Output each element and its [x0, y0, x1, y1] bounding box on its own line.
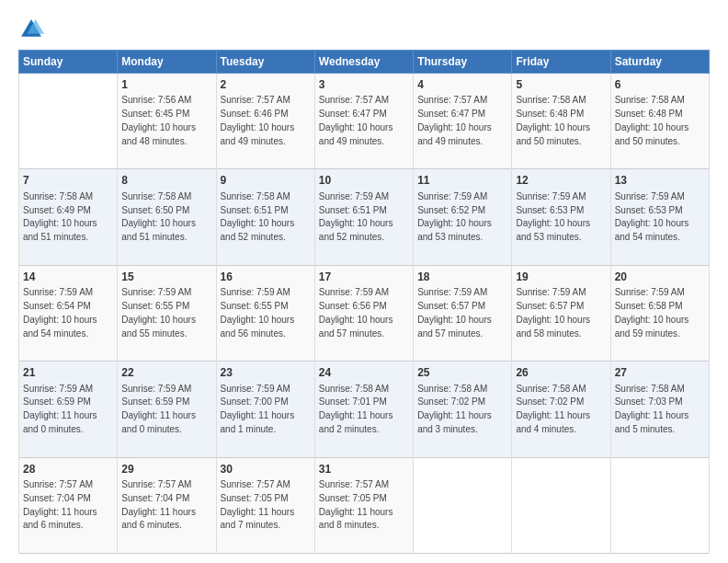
day-number: 16 — [221, 270, 311, 285]
day-cell: 21Sunrise: 7:59 AM Sunset: 6:59 PM Dayli… — [19, 362, 118, 457]
week-row-2: 7Sunrise: 7:58 AM Sunset: 6:49 PM Daylig… — [19, 169, 710, 265]
col-header-thursday: Thursday — [414, 51, 512, 74]
day-number: 21 — [23, 365, 113, 381]
day-info: Sunrise: 7:58 AM Sunset: 6:49 PM Dayligh… — [23, 191, 97, 242]
day-cell: 9Sunrise: 7:58 AM Sunset: 6:51 PM Daylig… — [216, 169, 314, 265]
day-cell: 17Sunrise: 7:59 AM Sunset: 6:56 PM Dayli… — [314, 265, 413, 361]
day-info: Sunrise: 7:59 AM Sunset: 6:53 PM Dayligh… — [615, 191, 689, 242]
day-number: 3 — [319, 77, 409, 93]
day-number: 17 — [319, 270, 409, 285]
day-cell: 14Sunrise: 7:59 AM Sunset: 6:54 PM Dayli… — [19, 265, 118, 361]
logo-icon — [18, 17, 44, 42]
day-cell: 22Sunrise: 7:59 AM Sunset: 6:59 PM Dayli… — [118, 362, 216, 457]
col-header-monday: Monday — [118, 51, 216, 74]
day-number: 9 — [221, 173, 311, 189]
day-cell: 3Sunrise: 7:57 AM Sunset: 6:47 PM Daylig… — [314, 74, 413, 169]
day-cell: 16Sunrise: 7:59 AM Sunset: 6:55 PM Dayli… — [216, 265, 314, 361]
day-cell: 20Sunrise: 7:59 AM Sunset: 6:58 PM Dayli… — [610, 265, 709, 361]
day-info: Sunrise: 7:57 AM Sunset: 6:46 PM Dayligh… — [221, 95, 295, 145]
day-info: Sunrise: 7:58 AM Sunset: 7:01 PM Dayligh… — [319, 384, 393, 434]
day-cell: 4Sunrise: 7:57 AM Sunset: 6:47 PM Daylig… — [414, 74, 512, 169]
day-info: Sunrise: 7:57 AM Sunset: 7:04 PM Dayligh… — [121, 479, 196, 530]
day-number: 15 — [121, 270, 211, 285]
day-info: Sunrise: 7:59 AM Sunset: 6:55 PM Dayligh… — [121, 287, 196, 338]
day-cell: 6Sunrise: 7:58 AM Sunset: 6:48 PM Daylig… — [610, 74, 709, 169]
calendar-table: SundayMondayTuesdayWednesdayThursdayFrid… — [18, 50, 710, 554]
day-info: Sunrise: 7:59 AM Sunset: 6:56 PM Dayligh… — [319, 287, 393, 338]
page: SundayMondayTuesdayWednesdayThursdayFrid… — [0, 0, 728, 563]
day-number: 23 — [221, 365, 311, 381]
day-info: Sunrise: 7:59 AM Sunset: 6:54 PM Dayligh… — [23, 287, 97, 338]
day-cell: 13Sunrise: 7:59 AM Sunset: 6:53 PM Dayli… — [610, 169, 709, 265]
day-number: 13 — [615, 173, 705, 189]
day-cell: 10Sunrise: 7:59 AM Sunset: 6:51 PM Dayli… — [314, 169, 413, 265]
day-info: Sunrise: 7:58 AM Sunset: 7:02 PM Dayligh… — [417, 384, 492, 434]
day-cell: 11Sunrise: 7:59 AM Sunset: 6:52 PM Dayli… — [414, 169, 512, 265]
day-number: 14 — [23, 270, 113, 285]
day-cell: 27Sunrise: 7:58 AM Sunset: 7:03 PM Dayli… — [610, 362, 709, 457]
day-info: Sunrise: 7:59 AM Sunset: 7:00 PM Dayligh… — [221, 384, 295, 434]
day-info: Sunrise: 7:57 AM Sunset: 7:04 PM Dayligh… — [23, 479, 97, 530]
day-cell: 25Sunrise: 7:58 AM Sunset: 7:02 PM Dayli… — [414, 362, 512, 457]
day-info: Sunrise: 7:59 AM Sunset: 6:57 PM Dayligh… — [417, 287, 492, 338]
day-cell: 2Sunrise: 7:57 AM Sunset: 6:46 PM Daylig… — [216, 74, 314, 169]
col-header-friday: Friday — [512, 51, 610, 74]
header — [18, 17, 710, 42]
day-cell: 15Sunrise: 7:59 AM Sunset: 6:55 PM Dayli… — [118, 265, 216, 361]
day-cell: 31Sunrise: 7:57 AM Sunset: 7:05 PM Dayli… — [314, 457, 413, 553]
day-cell: 18Sunrise: 7:59 AM Sunset: 6:57 PM Dayli… — [414, 265, 512, 361]
day-cell: 7Sunrise: 7:58 AM Sunset: 6:49 PM Daylig… — [19, 169, 118, 265]
week-row-5: 28Sunrise: 7:57 AM Sunset: 7:04 PM Dayli… — [19, 457, 710, 553]
day-info: Sunrise: 7:58 AM Sunset: 6:50 PM Dayligh… — [121, 191, 196, 242]
day-number: 10 — [319, 173, 409, 189]
week-row-4: 21Sunrise: 7:59 AM Sunset: 6:59 PM Dayli… — [19, 362, 710, 457]
day-cell: 19Sunrise: 7:59 AM Sunset: 6:57 PM Dayli… — [512, 265, 610, 361]
day-cell — [610, 457, 709, 553]
col-header-saturday: Saturday — [610, 51, 709, 74]
day-cell — [512, 457, 610, 553]
day-number: 20 — [615, 270, 705, 285]
day-info: Sunrise: 7:57 AM Sunset: 6:47 PM Dayligh… — [319, 95, 393, 145]
day-info: Sunrise: 7:59 AM Sunset: 6:57 PM Dayligh… — [516, 287, 590, 338]
day-number: 8 — [121, 173, 211, 189]
day-cell: 28Sunrise: 7:57 AM Sunset: 7:04 PM Dayli… — [19, 457, 118, 553]
week-row-3: 14Sunrise: 7:59 AM Sunset: 6:54 PM Dayli… — [19, 265, 710, 361]
day-number: 1 — [121, 77, 211, 93]
day-info: Sunrise: 7:59 AM Sunset: 6:51 PM Dayligh… — [319, 191, 393, 242]
day-number: 25 — [417, 365, 507, 381]
day-info: Sunrise: 7:58 AM Sunset: 6:48 PM Dayligh… — [516, 95, 590, 145]
day-info: Sunrise: 7:58 AM Sunset: 7:03 PM Dayligh… — [615, 384, 689, 434]
day-number: 18 — [417, 270, 507, 285]
col-header-wednesday: Wednesday — [314, 51, 413, 74]
day-cell: 23Sunrise: 7:59 AM Sunset: 7:00 PM Dayli… — [216, 362, 314, 457]
day-number: 26 — [516, 365, 606, 381]
day-number: 27 — [615, 365, 705, 381]
day-cell: 29Sunrise: 7:57 AM Sunset: 7:04 PM Dayli… — [118, 457, 216, 553]
day-info: Sunrise: 7:57 AM Sunset: 7:05 PM Dayligh… — [319, 479, 393, 530]
day-number: 4 — [417, 77, 507, 93]
day-number: 19 — [516, 270, 606, 285]
day-cell: 8Sunrise: 7:58 AM Sunset: 6:50 PM Daylig… — [118, 169, 216, 265]
day-cell: 26Sunrise: 7:58 AM Sunset: 7:02 PM Dayli… — [512, 362, 610, 457]
day-cell: 30Sunrise: 7:57 AM Sunset: 7:05 PM Dayli… — [216, 457, 314, 553]
day-info: Sunrise: 7:59 AM Sunset: 6:58 PM Dayligh… — [615, 287, 689, 338]
col-header-tuesday: Tuesday — [216, 51, 314, 74]
logo — [18, 17, 50, 42]
day-info: Sunrise: 7:58 AM Sunset: 6:48 PM Dayligh… — [615, 95, 689, 145]
day-number: 24 — [319, 365, 409, 381]
day-cell: 24Sunrise: 7:58 AM Sunset: 7:01 PM Dayli… — [314, 362, 413, 457]
day-info: Sunrise: 7:57 AM Sunset: 6:47 PM Dayligh… — [417, 95, 492, 145]
day-cell: 5Sunrise: 7:58 AM Sunset: 6:48 PM Daylig… — [512, 74, 610, 169]
day-cell — [414, 457, 512, 553]
day-info: Sunrise: 7:59 AM Sunset: 6:55 PM Dayligh… — [221, 287, 295, 338]
day-number: 6 — [615, 77, 705, 93]
day-cell: 12Sunrise: 7:59 AM Sunset: 6:53 PM Dayli… — [512, 169, 610, 265]
day-info: Sunrise: 7:59 AM Sunset: 6:53 PM Dayligh… — [516, 191, 590, 242]
day-info: Sunrise: 7:56 AM Sunset: 6:45 PM Dayligh… — [121, 95, 196, 145]
week-row-1: 1Sunrise: 7:56 AM Sunset: 6:45 PM Daylig… — [19, 74, 710, 169]
day-number: 7 — [23, 173, 113, 189]
day-number: 30 — [221, 462, 311, 477]
day-info: Sunrise: 7:59 AM Sunset: 6:52 PM Dayligh… — [417, 191, 492, 242]
day-number: 5 — [516, 77, 606, 93]
day-number: 31 — [319, 462, 409, 477]
